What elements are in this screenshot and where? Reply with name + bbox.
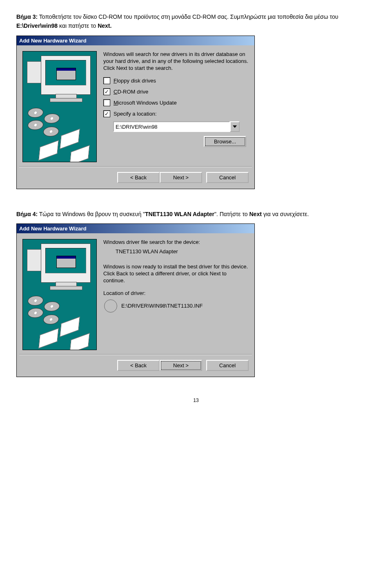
back-button-2[interactable]: < Back [117,360,160,371]
cancel-button-2[interactable]: Cancel [206,360,249,371]
floppy-label: Floppy disk drives [114,78,156,84]
wizard-1-info: Windows will search for new drivers in i… [103,51,249,72]
specify-checkbox[interactable]: ✓ [103,110,110,117]
cdrom-checkbox[interactable]: ✓ [103,88,110,95]
wizard-1: Add New Hardware Wizard Windows will sea… [16,36,255,189]
step4-label: Βήμα 4: [16,211,38,217]
floppy-option[interactable]: Floppy disk drives [103,77,249,84]
wizard-2-device: TNET1130 WLAN Adapter [116,248,249,255]
location-input[interactable] [113,121,230,132]
msupdate-label: Microsoft Windows Update [114,100,177,106]
wizard-2-loc-label: Location of driver: [103,290,249,296]
driver-location-value: E:\DRIVER\WIN98\TNET1130.INF [121,303,203,309]
wizard-2-title: Add New Hardware Wizard [17,224,254,233]
wizard-1-illustration [22,51,97,162]
step3-paragraph: Βήμα 3: Τοποθετήστε τον δίσκο CD-ROM του… [16,12,376,31]
wizard-2-line2: Windows is now ready to install the best… [103,264,249,284]
msupdate-checkbox[interactable] [103,99,110,106]
cd-icon [104,299,117,313]
step3-next: Next. [98,22,111,29]
back-button[interactable]: < Back [117,172,160,183]
step4-next: Next [249,211,261,217]
step4-text-c: για να συνεχίσετε. [262,211,309,217]
wizard-2-line1: Windows driver file search for the devic… [103,239,249,245]
next-button[interactable]: Next > [160,172,202,183]
location-dropdown-button[interactable] [230,121,240,132]
wizard-2: Add New Hardware Wizard Windows driver f… [16,223,255,377]
step3-path: E:\Driver\win98 [16,22,58,29]
msupdate-option[interactable]: Microsoft Windows Update [103,99,249,106]
specify-option[interactable]: ✓ Specify a location: [103,110,249,117]
step3-label: Βήμα 3: [16,13,38,20]
chevron-down-icon [233,125,237,128]
step3-text-a: Τοποθετήστε τον δίσκο CD-ROM του προϊόντ… [38,13,338,20]
cdrom-option[interactable]: ✓ CD-ROM drive [103,88,249,95]
location-combo[interactable] [113,121,240,132]
step3-text-b: και πατήστε το [58,22,98,29]
wizard-1-title: Add New Hardware Wizard [17,36,254,45]
specify-label: Specify a location: [114,111,157,117]
browse-button[interactable]: Browse... [204,136,246,147]
step4-paragraph: Βήμα 4: Τώρα τα Windows θα βρουν τη συσκ… [16,210,376,219]
page-number: 13 [16,398,376,403]
next-button-2[interactable]: Next > [160,360,202,371]
step4-device: TNET1130 WLAN Adapter [145,211,214,217]
floppy-checkbox[interactable] [103,77,110,84]
driver-location-row: E:\DRIVER\WIN98\TNET1130.INF [104,299,249,313]
step4-text-a: Τώρα τα Windows θα βρουν τη συσκευή " [38,211,145,217]
wizard-2-illustration [22,239,97,350]
cancel-button[interactable]: Cancel [206,172,249,183]
step4-text-b: ". Πατήστε το [214,211,249,217]
cdrom-label: CD-ROM drive [114,89,148,95]
